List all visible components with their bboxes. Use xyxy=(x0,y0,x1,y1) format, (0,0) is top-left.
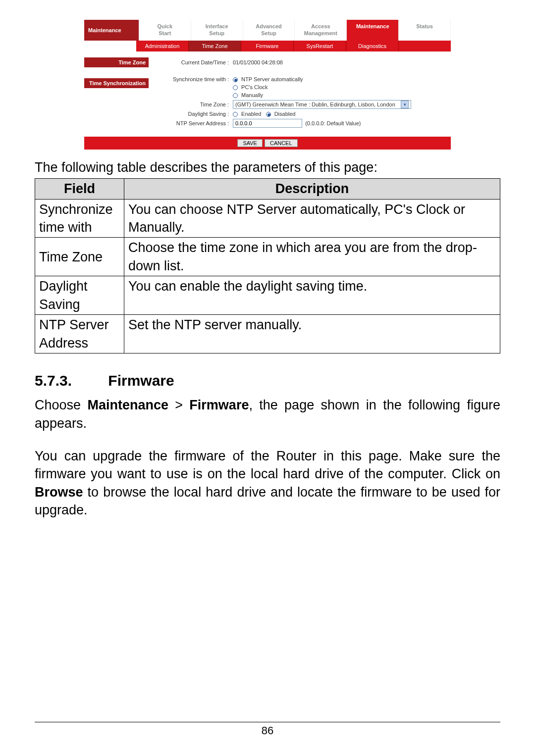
subtab-firmware[interactable]: Firmware xyxy=(241,41,294,51)
cell-text: Choose the time zone in which area you a… xyxy=(128,240,477,255)
cell-text: You can choose NTP Server automatically,… xyxy=(128,202,465,217)
tab-quick-start[interactable]: Quick Start xyxy=(139,20,191,41)
cell-text: You can enable the daylight saving time. xyxy=(128,279,367,294)
cell-text: Time Zone xyxy=(39,250,103,264)
ds-label: Daylight Saving : xyxy=(163,111,233,117)
ntp-hint: (0.0.0.0: Default Value) xyxy=(305,120,361,126)
cell-text: NTP Server xyxy=(39,317,109,332)
tab-interface-setup[interactable]: Interface Setup xyxy=(191,20,243,41)
cancel-button[interactable]: CANCEL xyxy=(265,139,298,147)
text: Choose xyxy=(35,398,87,412)
cell-text: Set the NTP server manually. xyxy=(128,317,302,332)
cell-text: Saving xyxy=(39,297,80,312)
subtab-spacer xyxy=(84,41,136,51)
th-desc: Description xyxy=(124,179,500,199)
subtab-time-zone[interactable]: Time Zone xyxy=(189,41,241,51)
text: to browse the local hard drive and locat… xyxy=(35,485,500,517)
table-row: Synchronize time with You can choose NTP… xyxy=(35,199,500,238)
table-row: Time Zone Choose the time zone in which … xyxy=(35,238,500,276)
text-bold: Maintenance xyxy=(87,398,168,412)
side-block-time-sync: Time Synchronization xyxy=(84,78,149,88)
radio-pc-icon[interactable] xyxy=(233,85,238,90)
cell-text: Manually. xyxy=(128,220,185,235)
page-footer: 86 xyxy=(35,722,500,737)
radio-ntp-label: NTP Server automatically xyxy=(241,76,303,82)
text: > xyxy=(168,398,189,412)
ds-enabled-label: Enabled xyxy=(241,111,261,117)
tz-select[interactable]: (GMT) Greenwich Mean Time : Dublin, Edin… xyxy=(233,100,411,109)
current-dt-value: 01/01/2000 04:28:08 xyxy=(233,59,448,65)
section-title: Firmware xyxy=(108,372,174,389)
section-heading: 5.7.3. Firmware xyxy=(35,372,500,389)
tab-access-management[interactable]: Access Management xyxy=(295,20,347,41)
paragraph-1: Choose Maintenance > Firmware, the page … xyxy=(35,396,500,432)
section-number: 5.7.3. xyxy=(35,372,104,389)
text: You can upgrade the firmware of the Rout… xyxy=(35,449,500,481)
subtab-administration[interactable]: Administration xyxy=(136,41,189,51)
page-number: 86 xyxy=(262,724,273,737)
current-dt-label: Current Date/Time : xyxy=(163,59,233,65)
sub-tabs: Administration Time Zone Firmware SysRes… xyxy=(84,41,451,51)
radio-ds-enabled-icon[interactable] xyxy=(233,112,238,117)
text-bold: Firmware xyxy=(189,398,249,412)
subtab-spacer-r xyxy=(399,41,451,51)
button-bar: SAVE CANCEL xyxy=(84,137,451,150)
chevron-down-icon[interactable]: ▾ xyxy=(401,101,409,108)
radio-ds-disabled-icon[interactable] xyxy=(266,112,271,117)
cell-text: Daylight xyxy=(39,279,88,294)
side-block-time-zone: Time Zone xyxy=(84,57,149,67)
ds-disabled-label: Disabled xyxy=(274,111,296,117)
radio-manual-label: Manually xyxy=(241,92,263,98)
subtab-sysrestart[interactable]: SysRestart xyxy=(294,41,346,51)
tz-label: Time Zone : xyxy=(163,101,233,107)
cell-text: Address xyxy=(39,336,88,351)
th-field: Field xyxy=(35,179,124,199)
sync-label: Synchronize time with : xyxy=(163,76,233,82)
save-button[interactable]: SAVE xyxy=(237,139,263,147)
router-screenshot: Maintenance Quick Start Interface Setup … xyxy=(35,20,500,150)
tab-maintenance[interactable]: Maintenance xyxy=(347,20,399,41)
subtab-diagnostics[interactable]: Diagnostics xyxy=(346,41,399,51)
radio-ntp-icon[interactable] xyxy=(233,77,238,82)
cell-text: Synchronize xyxy=(39,202,113,217)
radio-pc-label: PC's Clock xyxy=(241,84,268,90)
intro-text: The following table describes the parame… xyxy=(35,159,500,176)
text-bold: Browse xyxy=(35,485,83,500)
cell-text: down list. xyxy=(128,258,184,273)
cell-text: time with xyxy=(39,220,92,235)
paragraph-2: You can upgrade the firmware of the Rout… xyxy=(35,447,500,519)
parameter-table: Field Description Synchronize time with … xyxy=(35,178,500,353)
table-row: NTP Server Address Set the NTP server ma… xyxy=(35,315,500,353)
radio-manual-icon[interactable] xyxy=(233,93,238,98)
ntp-input[interactable] xyxy=(233,119,302,128)
tab-advanced-setup[interactable]: Advanced Setup xyxy=(243,20,295,41)
ntp-label: NTP Server Address : xyxy=(163,120,233,126)
tab-status[interactable]: Status xyxy=(399,20,451,41)
top-tabs: Maintenance Quick Start Interface Setup … xyxy=(84,20,451,41)
tz-select-value: (GMT) Greenwich Mean Time : Dublin, Edin… xyxy=(235,101,395,107)
table-row: Daylight Saving You can enable the dayli… xyxy=(35,276,500,315)
maintenance-side-label: Maintenance xyxy=(84,20,139,41)
